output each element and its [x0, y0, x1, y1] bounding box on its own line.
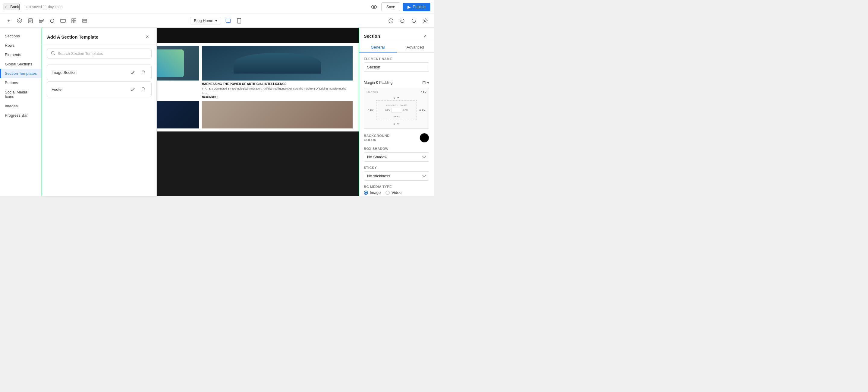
sticky-select[interactable]: No stickiness	[364, 171, 429, 181]
margin-padding-label: Margin & Padding	[364, 81, 393, 85]
mobile-view-button[interactable]	[235, 16, 244, 26]
layout-button[interactable]	[80, 16, 90, 26]
sidebar-item-buttons[interactable]: Buttons	[0, 78, 42, 87]
shape-button[interactable]	[47, 16, 57, 26]
preview-button[interactable]	[369, 2, 379, 12]
toolbar: + Blog Home ▾	[0, 14, 434, 28]
padding-center-input[interactable]	[391, 108, 402, 113]
modal-search-area	[42, 45, 156, 62]
sidebar-item-social-media-icons[interactable]: Social Media Icons	[0, 87, 42, 101]
svg-line-24	[54, 54, 55, 55]
layers-button[interactable]	[14, 16, 25, 26]
pages-button[interactable]	[25, 16, 36, 26]
toolbar-center: Blog Home ▾	[190, 16, 244, 26]
toolbar-left: +	[4, 16, 90, 26]
bg-media-type-label: BG Media Type	[364, 185, 429, 188]
add-element-button[interactable]: +	[4, 16, 14, 26]
bg-media-type-image-option[interactable]: Image	[364, 190, 381, 195]
right-panel-title: Section	[364, 33, 380, 39]
template-name-footer: Footer	[52, 87, 63, 92]
publish-icon: ▶	[407, 4, 411, 9]
header-button[interactable]	[36, 16, 46, 26]
bg-media-type-radio-group: Image Video	[364, 190, 429, 195]
grid-button[interactable]	[69, 16, 79, 26]
template-edit-button-footer[interactable]	[129, 85, 137, 93]
back-label: Back	[10, 4, 19, 9]
template-edit-button-image-section[interactable]	[129, 68, 137, 76]
template-actions	[129, 68, 147, 76]
last-saved-text: Last saved 11 days ago	[24, 5, 63, 9]
modal-header: Add A Section Template ×	[42, 28, 156, 45]
sidebar-item-elements[interactable]: Elements	[0, 50, 42, 59]
radio-image-label: Image	[370, 190, 381, 195]
back-button[interactable]: ← Back	[4, 4, 20, 10]
blog-post-2-image	[202, 46, 352, 81]
sidebar-item-sections[interactable]: Sections	[0, 31, 42, 41]
page-selector-chevron: ▾	[215, 19, 217, 23]
svg-rect-14	[83, 19, 87, 21]
sidebar-item-images[interactable]: Images	[0, 101, 42, 111]
top-bar-right: Save ▶ Publish	[369, 2, 430, 12]
undo-button[interactable]	[397, 16, 407, 26]
template-delete-button-footer[interactable]	[139, 85, 147, 93]
save-button[interactable]: Save	[381, 2, 401, 11]
svg-rect-11	[74, 19, 76, 21]
margin-label: MARGIN	[367, 91, 378, 94]
margin-top-display: 0 PX	[394, 96, 400, 99]
redo-button[interactable]	[409, 16, 419, 26]
modal-close-button[interactable]: ×	[143, 33, 152, 41]
padding-left-value: 0 PX	[385, 109, 390, 112]
publish-label: Publish	[412, 4, 426, 9]
svg-rect-16	[226, 19, 231, 22]
template-item-image-section[interactable]: Image Section	[47, 64, 152, 80]
blog-post-2-title: HARNESSING THE POWER OF ARTIFICIAL INTEL…	[202, 82, 352, 86]
page-selector[interactable]: Blog Home ▾	[190, 17, 221, 24]
margin-bottom-value: 0 PX	[394, 122, 400, 125]
element-name-input[interactable]	[364, 62, 429, 72]
history-button[interactable]	[386, 16, 396, 26]
template-item-footer[interactable]: Footer	[47, 82, 152, 97]
tab-general[interactable]: General	[359, 42, 397, 53]
box-shadow-select[interactable]: No Shadow	[364, 152, 429, 162]
top-bar-left: ← Back Last saved 11 days ago	[4, 4, 63, 10]
background-color-swatch[interactable]	[420, 133, 429, 143]
add-section-template-modal: Add A Section Template × Image Section	[42, 28, 157, 196]
background-color-label: BACKGROUND COLOR	[364, 133, 390, 142]
blog-post-4	[202, 101, 352, 128]
sidebar-item-global-sections[interactable]: Global Sections	[0, 59, 42, 69]
svg-rect-10	[72, 19, 73, 21]
template-actions-footer	[129, 85, 147, 93]
padding-bottom-value: 20 PX	[393, 115, 400, 118]
sidebar-item-section-templates[interactable]: Section Templates	[0, 69, 42, 78]
padding-right-value: 0 PX	[403, 109, 408, 112]
blog-post-4-image	[202, 101, 352, 128]
svg-point-0	[373, 6, 375, 7]
right-panel-tabs: General Advanced	[359, 42, 434, 53]
blog-post-2-excerpt: In An Era Dominated By Technological Inn…	[202, 87, 352, 94]
search-section-templates-input[interactable]	[58, 51, 148, 56]
section-button[interactable]	[58, 16, 68, 26]
bg-media-type-video-option[interactable]: Video	[385, 190, 401, 195]
main-layout: Sections Rows Elements Global Sections S…	[0, 28, 434, 196]
desktop-view-button[interactable]	[224, 16, 233, 26]
bg-media-type-field: BG Media Type Image Video	[364, 185, 429, 195]
sidebar-item-progress-bar[interactable]: Progress Bar	[0, 111, 42, 120]
padding-label: PADDING	[386, 104, 398, 107]
svg-rect-12	[72, 21, 73, 23]
svg-point-8	[50, 19, 54, 23]
publish-button[interactable]: ▶ Publish	[403, 3, 430, 11]
settings-button[interactable]	[420, 16, 430, 26]
template-delete-button-image-section[interactable]	[139, 68, 147, 76]
left-sidebar: Sections Rows Elements Global Sections S…	[0, 28, 42, 196]
right-panel-header: Section ×	[359, 28, 434, 40]
blog-post-2-read-more: Read More ›	[202, 95, 352, 98]
box-shadow-field: Box Shadow No Shadow	[364, 147, 429, 162]
margin-right-value: 0 PX	[418, 109, 427, 112]
right-panel-close-button[interactable]: ×	[421, 32, 429, 40]
sidebar-item-rows[interactable]: Rows	[0, 41, 42, 50]
margin-padding-icon[interactable]: ⊞ ▾	[422, 80, 429, 85]
svg-point-22	[424, 20, 426, 22]
tab-advanced[interactable]: Advanced	[397, 42, 434, 53]
sticky-field: Sticky No stickiness	[364, 166, 429, 181]
right-panel: Section × General Advanced Element name …	[359, 28, 434, 196]
